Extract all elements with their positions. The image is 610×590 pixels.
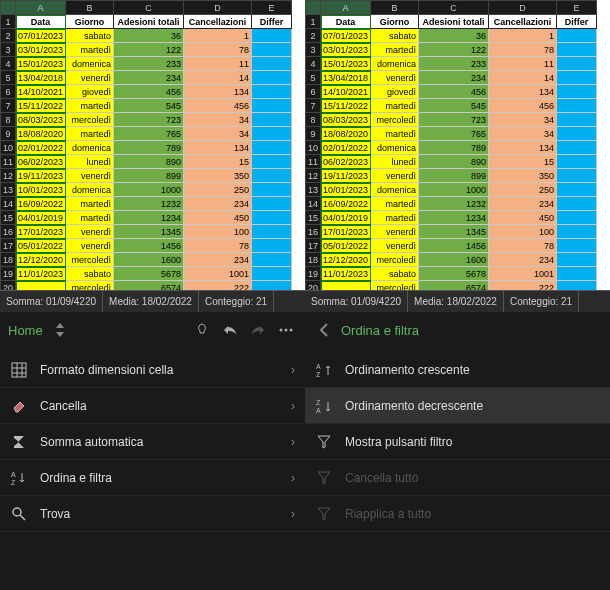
- col-header-E[interactable]: E: [252, 1, 292, 15]
- back-icon[interactable]: [313, 319, 335, 341]
- menu-item-grid[interactable]: Formato dimensioni cella›: [0, 352, 305, 388]
- cell[interactable]: domenica: [371, 183, 419, 197]
- cell[interactable]: 15/11/2022: [16, 99, 66, 113]
- cell[interactable]: 234: [184, 197, 252, 211]
- row-header[interactable]: 15: [306, 211, 321, 225]
- updown-icon[interactable]: [49, 319, 71, 341]
- cell[interactable]: 34: [489, 127, 557, 141]
- cell[interactable]: domenica: [66, 141, 114, 155]
- row-header[interactable]: 10: [1, 141, 16, 155]
- cell[interactable]: 19/11/2023: [321, 169, 371, 183]
- cell[interactable]: 1: [489, 29, 557, 43]
- menu-title[interactable]: Ordina e filtra: [341, 323, 419, 338]
- row-header[interactable]: 3: [306, 43, 321, 57]
- row-header[interactable]: 19: [1, 267, 16, 281]
- cell[interactable]: 100: [184, 225, 252, 239]
- cell[interactable]: [321, 281, 371, 291]
- cell[interactable]: venerdì: [66, 239, 114, 253]
- cell[interactable]: [252, 155, 292, 169]
- cell[interactable]: 1234: [114, 211, 184, 225]
- select-all-corner[interactable]: [306, 1, 321, 15]
- menu-item-search[interactable]: Trova›: [0, 496, 305, 532]
- cell[interactable]: 78: [489, 43, 557, 57]
- menu-item-asc[interactable]: AZOrdinamento crescente: [305, 352, 610, 388]
- cell[interactable]: 250: [489, 183, 557, 197]
- cell[interactable]: 789: [419, 141, 489, 155]
- cell[interactable]: [557, 85, 597, 99]
- cell[interactable]: 17/01/2023: [321, 225, 371, 239]
- cell[interactable]: venerdì: [371, 239, 419, 253]
- cell[interactable]: 03/01/2023: [321, 43, 371, 57]
- row-header[interactable]: 5: [306, 71, 321, 85]
- menu-item-sigma[interactable]: Somma automatica›: [0, 424, 305, 460]
- row-header[interactable]: 2: [306, 29, 321, 43]
- row-header[interactable]: 18: [1, 253, 16, 267]
- cell[interactable]: martedì: [66, 127, 114, 141]
- cell[interactable]: sabato: [371, 267, 419, 281]
- cell[interactable]: 06/02/2023: [321, 155, 371, 169]
- cell[interactable]: 13/04/2018: [321, 71, 371, 85]
- cell[interactable]: martedì: [66, 197, 114, 211]
- cell[interactable]: Data: [16, 15, 66, 29]
- cell[interactable]: sabato: [371, 29, 419, 43]
- cell[interactable]: 15/01/2023: [321, 57, 371, 71]
- cell[interactable]: [252, 43, 292, 57]
- cell[interactable]: 765: [114, 127, 184, 141]
- cell[interactable]: 34: [184, 127, 252, 141]
- menu-item-funnel[interactable]: Mostra pulsanti filtro: [305, 424, 610, 460]
- cell[interactable]: 456: [184, 99, 252, 113]
- cell[interactable]: mercoledì: [371, 253, 419, 267]
- cell[interactable]: 03/01/2023: [16, 43, 66, 57]
- cell[interactable]: Giorno: [66, 15, 114, 29]
- cell[interactable]: 134: [489, 141, 557, 155]
- row-header[interactable]: 18: [306, 253, 321, 267]
- row-header[interactable]: 13: [306, 183, 321, 197]
- col-header-C[interactable]: C: [114, 1, 184, 15]
- cell[interactable]: Giorno: [371, 15, 419, 29]
- cell[interactable]: [252, 99, 292, 113]
- row-header[interactable]: 2: [1, 29, 16, 43]
- cell[interactable]: 11/01/2023: [321, 267, 371, 281]
- cell[interactable]: 250: [184, 183, 252, 197]
- cell[interactable]: [557, 225, 597, 239]
- row-header[interactable]: 11: [1, 155, 16, 169]
- cell[interactable]: [557, 43, 597, 57]
- row-header[interactable]: 4: [1, 57, 16, 71]
- cell[interactable]: [557, 113, 597, 127]
- col-header-B[interactable]: B: [66, 1, 114, 15]
- cell[interactable]: 11: [184, 57, 252, 71]
- cell[interactable]: 14: [184, 71, 252, 85]
- cell[interactable]: 78: [489, 239, 557, 253]
- cell[interactable]: sabato: [66, 267, 114, 281]
- cell[interactable]: 05/01/2022: [321, 239, 371, 253]
- cell[interactable]: giovedì: [66, 85, 114, 99]
- cell[interactable]: 15/01/2023: [16, 57, 66, 71]
- cell[interactable]: 6574: [419, 281, 489, 291]
- cell[interactable]: 890: [419, 155, 489, 169]
- cell[interactable]: 234: [419, 71, 489, 85]
- cell[interactable]: 899: [419, 169, 489, 183]
- cell[interactable]: [252, 211, 292, 225]
- cell[interactable]: 1456: [419, 239, 489, 253]
- cell[interactable]: [252, 169, 292, 183]
- cell[interactable]: [252, 267, 292, 281]
- row-header[interactable]: 12: [1, 169, 16, 183]
- cell[interactable]: sabato: [66, 29, 114, 43]
- row-header[interactable]: 12: [306, 169, 321, 183]
- cell[interactable]: [557, 197, 597, 211]
- cell[interactable]: venerdì: [371, 71, 419, 85]
- cell[interactable]: lunedì: [371, 155, 419, 169]
- col-header-B[interactable]: B: [371, 1, 419, 15]
- cell[interactable]: Cancellazioni: [184, 15, 252, 29]
- cell[interactable]: 350: [184, 169, 252, 183]
- cell[interactable]: 234: [489, 197, 557, 211]
- row-header[interactable]: 8: [1, 113, 16, 127]
- cell[interactable]: 350: [489, 169, 557, 183]
- cell[interactable]: [252, 127, 292, 141]
- cell[interactable]: 1: [184, 29, 252, 43]
- cell[interactable]: 100: [489, 225, 557, 239]
- cell[interactable]: 14: [489, 71, 557, 85]
- cell[interactable]: 78: [184, 239, 252, 253]
- cell[interactable]: [557, 239, 597, 253]
- cell[interactable]: 34: [489, 113, 557, 127]
